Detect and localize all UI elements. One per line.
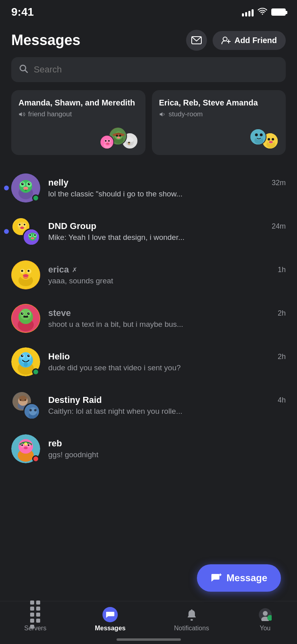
svg-point-53 bbox=[25, 190, 27, 191]
bell-icon bbox=[184, 607, 199, 622]
message-content-nelly: nelly 32m lol the classic "should i go t… bbox=[48, 178, 286, 198]
voice-card-1-name: Amanda, Shawn, and Meredith bbox=[18, 97, 138, 108]
dnd-status-reb bbox=[32, 455, 39, 462]
message-name-dnd: DND Group bbox=[48, 221, 96, 231]
servers-icon bbox=[28, 607, 43, 622]
header-actions: Add Friend bbox=[186, 30, 286, 51]
message-preview-reb: ggs! goodnight bbox=[48, 450, 286, 459]
status-time: 9:41 bbox=[11, 6, 34, 19]
nav-label-messages: Messages bbox=[95, 625, 126, 632]
svg-point-41 bbox=[260, 134, 263, 136]
list-item[interactable]: Helio 2h dude did you see that video i s… bbox=[0, 340, 297, 384]
nav-item-servers[interactable]: Servers bbox=[24, 607, 46, 632]
mail-icon bbox=[191, 36, 202, 44]
message-fab-label: Message bbox=[227, 572, 267, 584]
list-item[interactable]: nelly 32m lol the classic "should i go t… bbox=[0, 166, 297, 210]
status-icons bbox=[242, 8, 286, 17]
svg-point-75 bbox=[28, 270, 30, 272]
search-bar[interactable] bbox=[11, 57, 286, 82]
message-header-helio: Helio 2h bbox=[48, 351, 286, 362]
svg-point-111 bbox=[34, 409, 37, 411]
message-time-helio: 2h bbox=[278, 353, 286, 361]
svg-point-40 bbox=[255, 134, 258, 136]
page-title: Messages bbox=[11, 32, 80, 49]
speaker-icon bbox=[18, 111, 26, 118]
svg-point-84 bbox=[27, 312, 30, 315]
svg-point-28 bbox=[108, 140, 110, 142]
new-message-fab[interactable]: Message bbox=[197, 564, 281, 592]
svg-point-74 bbox=[21, 270, 23, 272]
mail-button[interactable] bbox=[186, 30, 207, 51]
message-content-destiny: Destiny Raid 4h Caitlyn: lol at last nig… bbox=[48, 395, 286, 416]
voice-card-2-channel: study-room bbox=[159, 110, 279, 118]
svg-point-68 bbox=[31, 237, 34, 239]
avatar-wrap-erica bbox=[11, 260, 40, 289]
svg-point-119 bbox=[28, 444, 29, 446]
vc2-avatar-2 bbox=[250, 128, 266, 145]
nav-label-you: You bbox=[260, 625, 270, 632]
nav-item-you[interactable]: You bbox=[258, 607, 273, 632]
search-input[interactable] bbox=[34, 64, 278, 75]
avatar-wrap-reb bbox=[11, 434, 40, 463]
svg-point-66 bbox=[29, 234, 31, 236]
svg-point-100 bbox=[24, 362, 28, 367]
svg-point-115 bbox=[24, 442, 27, 446]
message-header-steve: steve 2h bbox=[48, 308, 286, 318]
svg-point-85 bbox=[22, 313, 23, 314]
voice-card-2-name: Erica, Reb, Steve Amanda bbox=[159, 97, 279, 108]
destiny-group-avatar bbox=[11, 391, 40, 420]
list-item[interactable]: Destiny Raid 4h Caitlyn: lol at last nig… bbox=[0, 384, 297, 427]
nav-item-messages[interactable]: Messages bbox=[95, 607, 126, 632]
unread-indicator bbox=[4, 229, 9, 234]
svg-point-34 bbox=[268, 138, 270, 140]
svg-point-29 bbox=[106, 143, 109, 145]
list-item[interactable]: DND Group 24m Mike: Yeah I love that des… bbox=[0, 210, 297, 253]
message-header-dnd: DND Group 24m bbox=[48, 221, 286, 231]
message-time-steve: 2h bbox=[278, 309, 286, 318]
online-status-nelly bbox=[32, 194, 39, 202]
voice-card-1[interactable]: Amanda, Shawn, and Meredith friend hango… bbox=[11, 90, 145, 155]
svg-point-105 bbox=[20, 399, 21, 401]
message-name-erica: erica ✗ bbox=[48, 264, 77, 275]
svg-point-35 bbox=[272, 138, 274, 140]
svg-point-106 bbox=[25, 399, 26, 401]
message-name-steve: steve bbox=[48, 308, 71, 318]
battery-icon bbox=[271, 8, 286, 16]
message-header-destiny: Destiny Raid 4h bbox=[48, 395, 286, 405]
message-name-reb: reb bbox=[48, 438, 62, 449]
svg-rect-88 bbox=[24, 316, 25, 317]
voice-card-1-channel-name: friend hangout bbox=[28, 110, 72, 118]
message-header-erica: erica ✗ 1h bbox=[48, 264, 286, 275]
message-preview-destiny: Caitlyn: lol at last night when you roll… bbox=[48, 407, 286, 416]
svg-point-110 bbox=[29, 409, 32, 411]
search-container bbox=[0, 57, 297, 90]
you-icon bbox=[258, 607, 273, 622]
svg-point-67 bbox=[34, 234, 36, 236]
list-item[interactable]: erica ✗ 1h yaaa, sounds great bbox=[0, 253, 297, 297]
nav-item-notifications[interactable]: Notifications bbox=[174, 607, 209, 632]
list-item[interactable]: steve 2h shoot u a text in a bit, but i … bbox=[0, 297, 297, 340]
svg-point-96 bbox=[21, 355, 23, 357]
svg-point-97 bbox=[27, 355, 30, 357]
message-time-erica: 1h bbox=[278, 266, 286, 274]
speaker-icon-2 bbox=[159, 111, 166, 118]
header: Messages Add Friend bbox=[0, 22, 297, 57]
svg-point-126 bbox=[263, 611, 268, 616]
svg-marker-6 bbox=[19, 112, 22, 117]
add-friend-button[interactable]: Add Friend bbox=[213, 31, 286, 50]
steve-avatar bbox=[11, 304, 40, 333]
voice-channels: Amanda, Shawn, and Meredith friend hango… bbox=[0, 90, 297, 166]
list-item[interactable]: reb ggs! goodnight bbox=[0, 427, 297, 471]
svg-point-54 bbox=[18, 182, 25, 188]
svg-point-86 bbox=[29, 313, 29, 314]
message-list: nelly 32m lol the classic "should i go t… bbox=[0, 166, 297, 475]
voice-card-1-avatars bbox=[18, 123, 138, 149]
svg-point-14 bbox=[129, 142, 130, 143]
home-indicator bbox=[117, 638, 181, 641]
message-name-destiny: Destiny Raid bbox=[48, 395, 102, 405]
voice-card-2[interactable]: Erica, Reb, Steve Amanda study-room bbox=[152, 90, 286, 155]
message-time-nelly: 32m bbox=[272, 179, 286, 187]
message-name-helio: Helio bbox=[48, 351, 70, 362]
message-content-erica: erica ✗ 1h yaaa, sounds great bbox=[48, 264, 286, 285]
svg-point-59 bbox=[19, 224, 20, 225]
